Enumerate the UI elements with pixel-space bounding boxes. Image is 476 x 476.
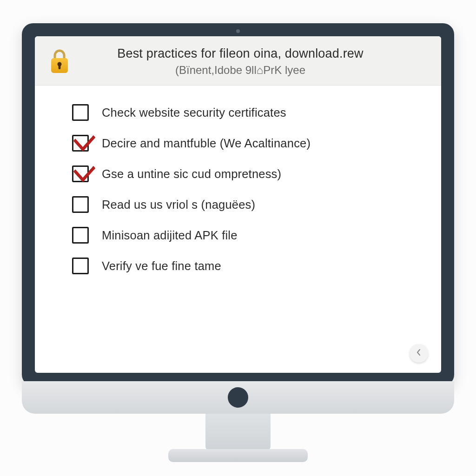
checkbox[interactable]	[72, 258, 89, 274]
monitor-stand-neck	[205, 414, 271, 451]
list-item: Verify ve fue fine tame	[72, 258, 423, 274]
screen: Best practices for fileon oina, download…	[35, 36, 441, 373]
monitor-stand-foot	[168, 449, 308, 462]
content-area: Check website security certificates Deci…	[35, 86, 441, 373]
checkbox[interactable]	[72, 104, 89, 121]
chevron-left-icon	[416, 349, 422, 357]
monitor-bezel: Best practices for fileon oina, download…	[22, 23, 454, 386]
list-item: Read us us vriol s (naguëes)	[72, 196, 423, 213]
svg-rect-3	[59, 65, 61, 69]
checkbox[interactable]	[72, 165, 89, 182]
checkbox[interactable]	[72, 227, 89, 244]
list-item: Check website security certificates	[72, 104, 423, 121]
back-button[interactable]	[410, 344, 428, 363]
checklist-item-label: Decire and mantfuble (We Acaltinance)	[102, 137, 311, 150]
window-header: Best practices for fileon oina, download…	[35, 36, 441, 86]
monitor: Best practices for fileon oina, download…	[22, 23, 454, 462]
checklist: Check website security certificates Deci…	[72, 104, 423, 274]
checklist-item-label: Minisoan adijited APK file	[102, 229, 238, 242]
checkbox[interactable]	[72, 196, 89, 213]
checklist-item-label: Gse a untine sic cud ompretness)	[102, 167, 281, 181]
list-item: Decire and mantfuble (We Acaltinance)	[72, 135, 423, 152]
power-button[interactable]	[228, 387, 248, 408]
list-item: Gse a untine sic cud ompretness)	[72, 165, 423, 182]
checklist-item-label: Verify ve fue fine tame	[102, 259, 221, 273]
monitor-base	[22, 381, 454, 414]
checklist-item-label: Check website security certificates	[102, 106, 286, 119]
checkbox[interactable]	[72, 135, 89, 152]
page-subtitle: (Bïnent,Idobe 9ll⌂PrK lyee	[81, 64, 399, 77]
page-title: Best practices for fileon oina, download…	[81, 46, 399, 61]
header-titles: Best practices for fileon oina, download…	[81, 46, 427, 77]
camera-dot-icon	[236, 29, 240, 33]
lock-icon	[49, 49, 70, 75]
checklist-item-label: Read us us vriol s (naguëes)	[102, 198, 255, 212]
list-item: Minisoan adijited APK file	[72, 227, 423, 244]
